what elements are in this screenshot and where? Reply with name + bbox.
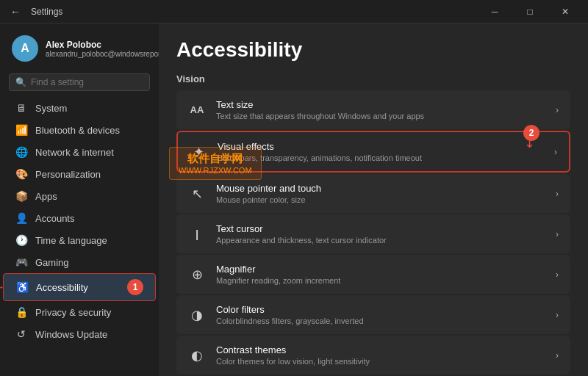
content-area: Accessibility Vision AA Text size Text s…: [159, 24, 588, 376]
text-cursor-icon: |: [188, 228, 206, 240]
arrow-left-icon: →: [0, 281, 5, 294]
bluetooth-icon: 📶: [15, 124, 28, 136]
app-container: A Alex Poloboc alexandru_poloboc@windows…: [0, 24, 588, 376]
setting-item-color-filters[interactable]: ◑ Color filters Colorblindness filters, …: [176, 295, 570, 334]
close-button[interactable]: ✕: [548, 0, 582, 24]
setting-label-text-size: Text size: [216, 99, 545, 110]
search-icon: 🔍: [15, 77, 26, 87]
time-icon: 🕐: [15, 234, 28, 246]
setting-item-text-cursor[interactable]: | Text cursor Appearance and thickness, …: [176, 214, 570, 253]
sidebar-profile[interactable]: A Alex Poloboc alexandru_poloboc@windows…: [0, 29, 159, 70]
watermark-line2: WWW.RJZXW.COM: [179, 166, 252, 175]
search-input[interactable]: [31, 77, 143, 87]
setting-item-contrast-themes[interactable]: ◐ Contrast themes Color themes for low v…: [176, 336, 570, 375]
setting-text-magnifier: Magnifier Magnifier reading, zoom increm…: [216, 264, 545, 285]
sidebar-item-label: Apps: [35, 191, 57, 202]
sidebar-item-gaming[interactable]: 🎮 Gaming: [3, 251, 156, 273]
sidebar-item-label: Personalization: [35, 169, 101, 180]
setting-desc-text-cursor: Appearance and thickness, text cursor in…: [216, 236, 545, 245]
sidebar-item-label: Windows Update: [35, 329, 107, 340]
contrast-themes-icon: ◐: [188, 347, 206, 364]
profile-name: Alex Poloboc: [46, 40, 168, 50]
windows-update-icon: ↺: [15, 328, 28, 340]
accessibility-icon: ♿: [15, 281, 29, 293]
personalization-icon: 🎨: [15, 168, 28, 180]
setting-label-visual-effects: Visual effects: [218, 141, 544, 152]
chevron-icon-mouse-pointer: ›: [556, 189, 559, 199]
titlebar-title: Settings: [31, 7, 62, 17]
setting-label-mouse-pointer: Mouse pointer and touch: [216, 183, 545, 194]
sidebar-item-system[interactable]: 🖥 System: [3, 97, 156, 119]
settings-list: AA Text size Text size that appears thro…: [176, 90, 570, 376]
sidebar-item-label: Accounts: [35, 213, 74, 224]
sidebar-item-windows-update[interactable]: ↺ Windows Update: [3, 323, 156, 345]
sidebar-item-label: System: [35, 103, 67, 114]
setting-desc-visual-effects: Scroll bars, transparency, animations, n…: [218, 153, 544, 162]
minimize-button[interactable]: ─: [478, 0, 512, 24]
chevron-icon-color-filters: ›: [556, 310, 559, 320]
gaming-icon: 🎮: [15, 256, 28, 268]
accounts-icon: 👤: [15, 212, 28, 224]
setting-desc-color-filters: Colorblindness filters, grayscale, inver…: [216, 317, 545, 325]
back-icon[interactable]: ←: [6, 6, 25, 18]
magnifier-icon: ⊕: [188, 267, 206, 283]
setting-desc-mouse-pointer: Mouse pointer color, size: [216, 195, 545, 204]
sidebar-item-personalization[interactable]: 🎨 Personalization: [3, 163, 156, 185]
vision-section-title: Vision: [176, 73, 570, 84]
sidebar-item-time[interactable]: 🕐 Time & language: [3, 229, 156, 251]
setting-text-contrast-themes: Contrast themes Color themes for low vis…: [216, 344, 545, 366]
annotation-badge-1: 1: [127, 279, 143, 295]
sidebar-item-label: Network & internet: [35, 147, 114, 158]
sidebar-item-accounts[interactable]: 👤 Accounts: [3, 207, 156, 229]
color-filters-icon: ◑: [188, 307, 206, 323]
privacy-icon: 🔒: [15, 306, 28, 318]
text-size-icon: AA: [188, 104, 206, 115]
chevron-icon-text-size: ›: [556, 105, 559, 115]
chevron-icon-contrast-themes: ›: [556, 350, 559, 361]
avatar: A: [12, 35, 38, 62]
chevron-icon-text-cursor: ›: [556, 229, 559, 239]
setting-desc-contrast-themes: Color themes for low vision, light sensi…: [216, 357, 545, 366]
chevron-icon-visual-effects: ›: [554, 147, 557, 157]
setting-text-visual-effects: Visual effects Scroll bars, transparency…: [218, 141, 544, 162]
sidebar: A Alex Poloboc alexandru_poloboc@windows…: [0, 24, 159, 376]
setting-label-contrast-themes: Contrast themes: [216, 344, 545, 355]
titlebar: ← Settings ─ □ ✕: [0, 0, 588, 24]
sidebar-item-privacy[interactable]: 🔒 Privacy & security: [3, 301, 156, 323]
network-icon: 🌐: [15, 146, 28, 158]
sidebar-item-accessibility[interactable]: ♿ Accessibility 1 →: [3, 273, 156, 301]
sidebar-item-apps[interactable]: 📦 Apps: [3, 185, 156, 207]
setting-desc-text-size: Text size that appears throughout Window…: [216, 112, 545, 120]
setting-label-magnifier: Magnifier: [216, 264, 545, 275]
maximize-button[interactable]: □: [513, 0, 547, 24]
setting-label-color-filters: Color filters: [216, 304, 545, 315]
profile-info: Alex Poloboc alexandru_poloboc@windowsre…: [46, 40, 168, 58]
page-title: Accessibility: [176, 38, 570, 62]
sidebar-item-label: Privacy & security: [35, 307, 111, 318]
setting-text-mouse-pointer: Mouse pointer and touch Mouse pointer co…: [216, 183, 545, 204]
profile-email: alexandru_poloboc@windowsreport...: [46, 50, 168, 58]
apps-icon: 📦: [15, 190, 28, 202]
setting-label-text-cursor: Text cursor: [216, 223, 545, 234]
mouse-pointer-icon: ↖: [188, 186, 206, 202]
watermark-line1: 软件自学网: [179, 152, 252, 166]
search-box[interactable]: 🔍: [9, 73, 150, 91]
setting-item-magnifier[interactable]: ⊕ Magnifier Magnifier reading, zoom incr…: [176, 255, 570, 294]
setting-desc-magnifier: Magnifier reading, zoom increment: [216, 276, 545, 285]
titlebar-left: ← Settings: [6, 6, 62, 18]
setting-text-text-cursor: Text cursor Appearance and thickness, te…: [216, 223, 545, 245]
sidebar-item-label: Gaming: [35, 257, 69, 268]
sidebar-item-label: Time & language: [35, 235, 107, 246]
setting-item-text-size[interactable]: AA Text size Text size that appears thro…: [176, 90, 570, 129]
system-icon: 🖥: [15, 102, 28, 114]
chevron-icon-magnifier: ›: [556, 270, 559, 280]
watermark-overlay: 软件自学网 WWW.RJZXW.COM: [169, 147, 262, 180]
sidebar-item-network[interactable]: 🌐 Network & internet: [3, 141, 156, 163]
sidebar-item-label: Bluetooth & devices: [35, 125, 120, 136]
titlebar-controls: ─ □ ✕: [478, 0, 582, 24]
sidebar-item-label: Accessibility: [36, 282, 88, 293]
sidebar-item-bluetooth[interactable]: 📶 Bluetooth & devices: [3, 119, 156, 141]
setting-text-text-size: Text size Text size that appears through…: [216, 99, 545, 120]
setting-text-color-filters: Color filters Colorblindness filters, gr…: [216, 304, 545, 325]
